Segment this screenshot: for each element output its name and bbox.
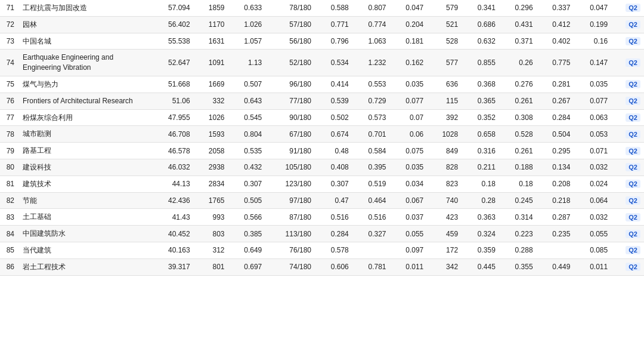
rank: 82 xyxy=(0,192,19,209)
col7: 0.807 xyxy=(352,0,390,16)
col9: 392 xyxy=(427,109,462,126)
col6: 0.502 xyxy=(315,109,352,126)
rank: 76 xyxy=(0,93,19,109)
col6: 0.534 xyxy=(315,50,352,76)
col13: 0.077 xyxy=(574,93,611,109)
table-row: 84 中国建筑防水 40.452 803 0.385 113/180 0.284… xyxy=(0,226,644,242)
col8: 0.055 xyxy=(390,226,428,242)
col7: 0.553 xyxy=(352,76,390,93)
table-row: 73 中国名城 55.538 1631 1.057 56/180 0.796 1… xyxy=(0,33,644,50)
journal-name: 粉煤灰综合利用 xyxy=(19,109,150,126)
col11: 0.245 xyxy=(499,192,537,209)
tier-badge: Q2 xyxy=(611,192,644,209)
col3: 2834 xyxy=(194,175,228,192)
col3: 1026 xyxy=(194,109,228,126)
col9: 459 xyxy=(427,226,462,242)
col12: 0.281 xyxy=(537,76,574,93)
tier-badge: Q2 xyxy=(611,109,644,126)
col8: 0.035 xyxy=(390,76,428,93)
journal-name: 建设科技 xyxy=(19,159,150,175)
tier-badge: Q2 xyxy=(611,226,644,242)
col6: 0.47 xyxy=(315,192,352,209)
score: 55.538 xyxy=(150,33,194,50)
col9: 740 xyxy=(427,192,462,209)
col10: 0.359 xyxy=(462,242,499,258)
col7 xyxy=(352,242,390,258)
col4: 0.697 xyxy=(228,258,266,275)
col4: 0.432 xyxy=(228,159,266,175)
col8: 0.037 xyxy=(390,209,428,226)
table-row: 83 土工基础 41.43 993 0.566 87/180 0.516 0.5… xyxy=(0,209,644,226)
col9: 577 xyxy=(427,50,462,76)
col10: 0.632 xyxy=(462,33,499,50)
score: 57.094 xyxy=(150,0,194,16)
col10: 0.324 xyxy=(462,226,499,242)
table-row: 85 当代建筑 40.163 312 0.649 76/180 0.578 0.… xyxy=(0,242,644,258)
col10: 0.28 xyxy=(462,192,499,209)
col13: 0.16 xyxy=(574,33,611,50)
col9: 423 xyxy=(427,209,462,226)
score: 47.955 xyxy=(150,109,194,126)
col6: 0.414 xyxy=(315,76,352,93)
rank: 86 xyxy=(0,258,19,275)
col7: 0.781 xyxy=(352,258,390,275)
score: 41.43 xyxy=(150,209,194,226)
tier-badge: Q2 xyxy=(611,76,644,93)
journal-name: 煤气与热力 xyxy=(19,76,150,93)
col11: 0.314 xyxy=(499,209,537,226)
col11: 0.528 xyxy=(499,126,537,143)
col3: 1669 xyxy=(194,76,228,93)
journal-name: 建筑技术 xyxy=(19,175,150,192)
col13: 0.024 xyxy=(574,175,611,192)
table-row: 81 建筑技术 44.13 2834 0.307 123/180 0.307 0… xyxy=(0,175,644,192)
score: 46.032 xyxy=(150,159,194,175)
tier-badge: Q2 xyxy=(611,209,644,226)
col9: 823 xyxy=(427,175,462,192)
journal-name: 岩土工程技术 xyxy=(19,258,150,275)
score: 46.578 xyxy=(150,143,194,159)
tier-badge: Q2 xyxy=(611,143,644,159)
col12: 0.412 xyxy=(537,16,574,33)
col7: 1.063 xyxy=(352,33,390,50)
col8: 0.011 xyxy=(390,258,428,275)
col7: 0.573 xyxy=(352,109,390,126)
table-row: 76 Frontiers of Architectural Research 5… xyxy=(0,93,644,109)
col5: 91/180 xyxy=(265,143,315,159)
col4: 0.566 xyxy=(228,209,266,226)
table-row: 78 城市勘测 46.708 1593 0.804 67/180 0.674 0… xyxy=(0,126,644,143)
col3: 312 xyxy=(194,242,228,258)
col10: 0.365 xyxy=(462,93,499,109)
col10: 0.211 xyxy=(462,159,499,175)
journal-name: 节能 xyxy=(19,192,150,209)
col7: 0.395 xyxy=(352,159,390,175)
score: 44.13 xyxy=(150,175,194,192)
col8: 0.097 xyxy=(390,242,428,258)
col4: 0.535 xyxy=(228,143,266,159)
tier-badge: Q2 xyxy=(611,175,644,192)
col6: 0.796 xyxy=(315,33,352,50)
journal-name: Earthquake Engineering andEngineering Vi… xyxy=(19,50,150,76)
col5: 78/180 xyxy=(265,0,315,16)
rank: 75 xyxy=(0,76,19,93)
col8: 0.047 xyxy=(390,0,428,16)
score: 46.708 xyxy=(150,126,194,143)
table-row: 80 建设科技 46.032 2938 0.432 105/180 0.408 … xyxy=(0,159,644,175)
col12: 0.267 xyxy=(537,93,574,109)
col6: 0.588 xyxy=(315,0,352,16)
col4: 0.643 xyxy=(228,93,266,109)
col8: 0.075 xyxy=(390,143,428,159)
col10: 0.686 xyxy=(462,16,499,33)
col9: 528 xyxy=(427,33,462,50)
col9: 579 xyxy=(427,0,462,16)
col11: 0.223 xyxy=(499,226,537,242)
journal-name: 中国名城 xyxy=(19,33,150,50)
tier-badge: Q2 xyxy=(611,159,644,175)
tier-badge: Q2 xyxy=(611,0,644,16)
col4: 0.649 xyxy=(228,242,266,258)
col3: 1091 xyxy=(194,50,228,76)
rank: 74 xyxy=(0,50,19,76)
rank: 80 xyxy=(0,159,19,175)
col12: 0.504 xyxy=(537,126,574,143)
col6: 0.516 xyxy=(315,209,352,226)
col10: 0.18 xyxy=(462,175,499,192)
